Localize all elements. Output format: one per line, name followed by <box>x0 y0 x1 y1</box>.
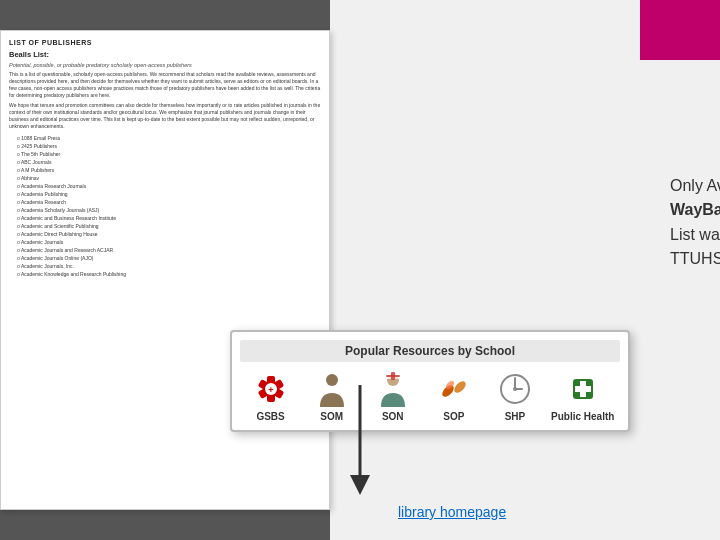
publisher-item: Academic Journals and Research ACJAR <box>9 246 321 254</box>
son-icon <box>374 370 412 408</box>
gsbs-icon: + <box>252 370 290 408</box>
publisher-item: Academia Research Journals <box>9 182 321 190</box>
publisher-item: Academic and Scientific Publishing <box>9 222 321 230</box>
overlay-title: Popular Resources by School <box>240 340 620 362</box>
shp-label: SHP <box>505 411 526 422</box>
svg-rect-9 <box>386 375 400 377</box>
right-panel: Wayback Machine Only Available on the Wa… <box>330 0 720 540</box>
wayback-title: Wayback Machine <box>670 70 720 102</box>
resource-som[interactable]: SOM <box>307 370 357 422</box>
publisher-item: Academic Direct Publishing House <box>9 230 321 238</box>
son-label: SON <box>382 411 404 422</box>
info-line-2: WayBack Machine <box>670 199 720 221</box>
body-text-1: This is a list of questionable, scholarl… <box>9 71 321 99</box>
sop-label: SOP <box>443 411 464 422</box>
publisher-item: Abhinav <box>9 174 321 182</box>
accent-block <box>640 0 720 60</box>
body-text-2: We hope that tenure and promotion commit… <box>9 102 321 130</box>
publisher-item: Academia Research <box>9 198 321 206</box>
resource-son[interactable]: SON <box>368 370 418 422</box>
som-label: SOM <box>320 411 343 422</box>
library-homepage-link[interactable]: library homepage <box>398 504 506 520</box>
bealls-heading: Bealls List: <box>9 50 321 59</box>
svg-rect-19 <box>575 386 591 392</box>
resource-public-health[interactable]: Public Health <box>551 370 614 422</box>
publisher-item: Academic Journals <box>9 238 321 246</box>
publisher-list: 1088 Email Press2425 PublishersThe 5th P… <box>9 134 321 278</box>
publisher-item: Academic Journals Online (AJO) <box>9 254 321 262</box>
public-health-label: Public Health <box>551 411 614 422</box>
svg-point-5 <box>326 374 338 386</box>
resources-icons-row: + GSBS SOM <box>240 370 620 422</box>
resource-sop[interactable]: SOP <box>429 370 479 422</box>
info-line-4: TTUHSC archive available: <box>670 248 720 270</box>
info-line-1: Only Available on the <box>670 175 720 197</box>
publisher-item: Academic Knowledge and Research Publishi… <box>9 270 321 278</box>
shp-icon <box>496 370 534 408</box>
resource-gsbs[interactable]: + GSBS <box>246 370 296 422</box>
svg-text:+: + <box>268 385 273 395</box>
publisher-item: A M Publishers <box>9 166 321 174</box>
info-line-3: List was removed in Jan 2017 <box>670 224 720 246</box>
publisher-item: 2425 Publishers <box>9 142 321 150</box>
som-icon <box>313 370 351 408</box>
publisher-item: ABC Journals <box>9 158 321 166</box>
doc-title: LIST OF PUBLISHERS <box>9 39 321 46</box>
resources-overlay: Popular Resources by School + GSBS <box>230 330 630 432</box>
gsbs-label: GSBS <box>256 411 284 422</box>
public-health-icon <box>564 370 602 408</box>
document-panel: LIST OF PUBLISHERS Bealls List: Potentia… <box>0 30 330 510</box>
publisher-item: Academia Publishing <box>9 190 321 198</box>
publisher-item: Academia Scholarly Journals (ASJ) <box>9 206 321 214</box>
publisher-item: 1088 Email Press <box>9 134 321 142</box>
resource-shp[interactable]: SHP <box>490 370 540 422</box>
publisher-item: Academic and Business Research Institute <box>9 214 321 222</box>
info-block: Only Available on the WayBack Machine Li… <box>670 175 720 273</box>
sop-icon <box>435 370 473 408</box>
bealls-sub: Potential, possible, or probable predato… <box>9 62 321 68</box>
publisher-item: Academic Journals, Inc. <box>9 262 321 270</box>
svg-point-11 <box>452 379 468 395</box>
publisher-item: The 5th Publisher <box>9 150 321 158</box>
